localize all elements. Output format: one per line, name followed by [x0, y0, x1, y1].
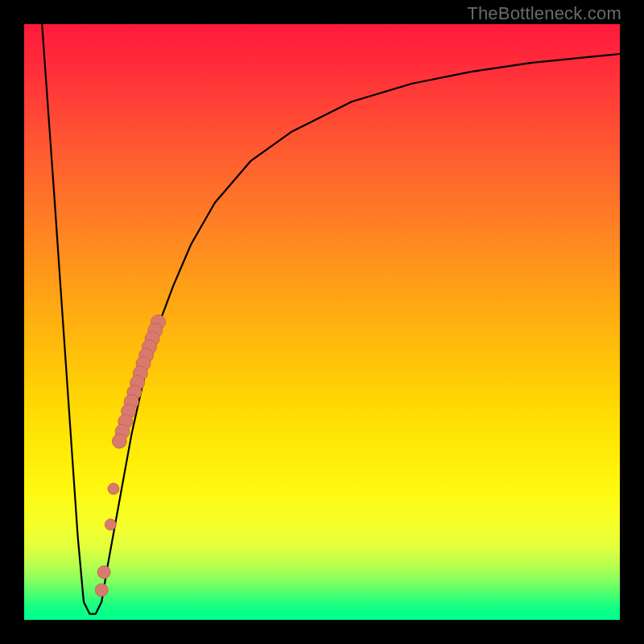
marker-dot-low-gap	[105, 519, 116, 530]
plot-area	[24, 24, 620, 620]
watermark: TheBottleneck.com	[467, 3, 621, 24]
chart-svg	[24, 24, 620, 620]
marker-pair-low-2	[95, 584, 108, 597]
marker-layer	[95, 315, 165, 597]
chart-frame: TheBottleneck.com	[0, 0, 644, 644]
marker-pair-low-1	[97, 566, 110, 579]
marker-dot-mid-gap	[108, 483, 119, 494]
bottleneck-curve	[42, 24, 620, 614]
marker-streak-bottom	[112, 434, 126, 448]
